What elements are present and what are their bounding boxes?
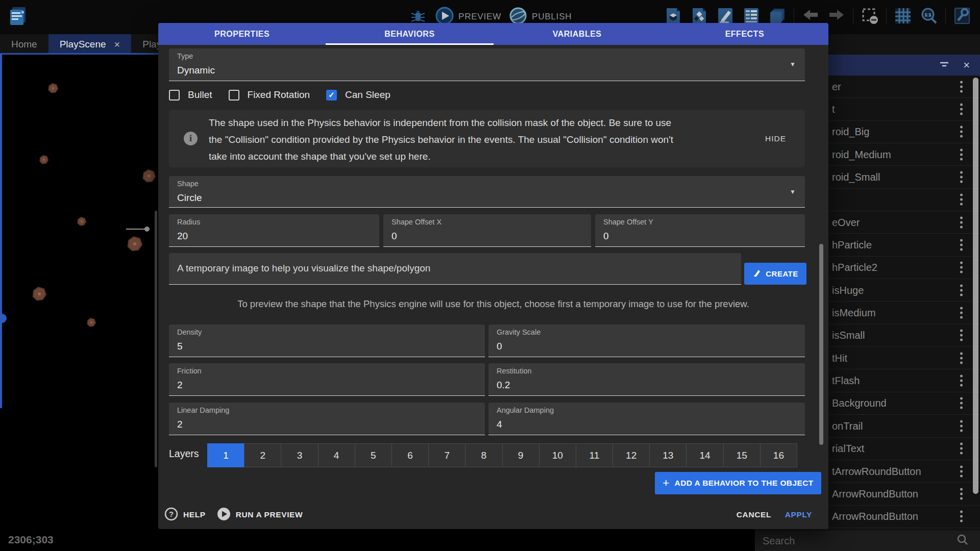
layer-button-7[interactable]: 7 [428, 443, 465, 467]
item-menu-icon[interactable] [957, 372, 966, 390]
redo-icon[interactable] [827, 6, 846, 26]
search-input[interactable]: Search [763, 535, 957, 547]
dialog-tab-properties[interactable]: PROPERTIES [158, 23, 326, 45]
item-menu-icon[interactable] [957, 101, 966, 118]
shape-select[interactable]: Shape Circle ▼ [169, 176, 805, 208]
object-name: hParticle2 [832, 262, 877, 273]
layer-button-11[interactable]: 11 [576, 443, 613, 467]
item-menu-icon[interactable] [957, 417, 966, 435]
layer-button-16[interactable]: 16 [760, 443, 797, 467]
deselect-icon[interactable] [860, 6, 879, 26]
item-menu-icon[interactable] [957, 508, 966, 525]
layer-button-8[interactable]: 8 [465, 443, 502, 467]
field-density[interactable]: Density5 [169, 324, 485, 357]
dialog-tab-effects[interactable]: EFFECTS [661, 23, 828, 45]
run-preview-button[interactable]: RUN A PREVIEW [217, 507, 303, 523]
field-gravity-scale[interactable]: Gravity Scale0 [488, 324, 805, 357]
item-menu-icon[interactable] [957, 462, 966, 480]
item-menu-icon[interactable] [957, 394, 966, 412]
item-menu-icon[interactable] [957, 304, 966, 322]
objects-scrollbar[interactable] [973, 78, 978, 494]
field-radius[interactable]: Radius20 [169, 214, 379, 247]
field-shape-offset-y[interactable]: Shape Offset Y0 [595, 214, 805, 247]
create-button[interactable]: CREATE [744, 263, 806, 285]
help-button[interactable]: ? HELP [164, 507, 206, 523]
dot [960, 520, 963, 522]
item-menu-icon[interactable] [957, 440, 966, 458]
checkbox-checked-icon[interactable]: ✓ [326, 90, 337, 101]
item-menu-icon[interactable] [957, 259, 966, 277]
filter-icon[interactable] [939, 59, 950, 72]
objects-search-bar[interactable]: Search [755, 531, 980, 551]
checkbox-bullet[interactable]: Bullet [169, 89, 212, 101]
item-menu-icon[interactable] [957, 123, 966, 141]
checkbox-unchecked-icon[interactable] [229, 90, 239, 101]
checkbox-can-sleep[interactable]: ✓Can Sleep [326, 89, 390, 101]
dot [960, 402, 963, 405]
dot [960, 216, 963, 219]
dot [960, 465, 963, 468]
item-menu-icon[interactable] [957, 349, 966, 367]
layer-button-10[interactable]: 10 [539, 443, 576, 467]
hide-button[interactable]: HIDE [763, 132, 788, 145]
item-menu-icon[interactable] [957, 485, 966, 503]
layer-button-2[interactable]: 2 [244, 443, 281, 467]
apply-button[interactable]: APPLY [782, 507, 815, 522]
item-menu-icon[interactable] [957, 281, 966, 299]
object-name: isHuge [832, 284, 864, 296]
tab-home[interactable]: Home [0, 34, 48, 55]
checkbox-fixed-rotation[interactable]: Fixed Rotation [229, 89, 310, 101]
close-tab-icon[interactable]: × [114, 39, 120, 49]
dialog-scrollbar[interactable] [819, 244, 823, 445]
item-menu-icon[interactable] [957, 168, 966, 186]
checkbox-unchecked-icon[interactable] [169, 90, 180, 101]
field-restitution[interactable]: Restitution0.2 [488, 363, 805, 396]
dialog-tab-behaviors[interactable]: BEHAVIORS [326, 23, 493, 45]
field-shape-offset-x[interactable]: Shape Offset X0 [383, 214, 591, 247]
grid-icon[interactable] [893, 6, 913, 26]
cancel-button[interactable]: CANCEL [733, 507, 774, 522]
item-menu-icon[interactable] [957, 327, 966, 344]
tab-label: PlayScene [60, 39, 106, 50]
item-menu-icon[interactable] [957, 145, 966, 163]
layer-button-9[interactable]: 9 [502, 443, 540, 467]
instance-guide-dot[interactable] [144, 227, 150, 232]
tools-icon[interactable] [952, 6, 972, 26]
item-menu-icon[interactable] [957, 213, 966, 231]
layer-button-6[interactable]: 6 [391, 443, 429, 467]
dialog-tab-variables[interactable]: VARIABLES [494, 23, 661, 45]
toolbar-separator [945, 8, 946, 24]
temp-image-field[interactable]: A temporary image to help you visualize … [169, 253, 741, 285]
layer-button-13[interactable]: 13 [649, 443, 687, 467]
layer-button-1[interactable]: 1 [207, 443, 244, 467]
help-label: HELP [183, 510, 206, 519]
type-select[interactable]: Type Dynamic ▼ [169, 48, 805, 81]
field-angular-damping[interactable]: Angular Damping4 [488, 403, 805, 435]
layer-button-3[interactable]: 3 [281, 443, 318, 467]
dot [960, 171, 963, 174]
project-manager-icon[interactable] [7, 5, 30, 28]
svg-text:?: ? [169, 510, 174, 518]
shape-value: Circle [177, 192, 202, 204]
layer-button-5[interactable]: 5 [355, 443, 392, 467]
add-behavior-button[interactable]: + ADD A BEHAVIOR TO THE OBJECT [655, 472, 821, 494]
item-menu-icon[interactable] [957, 78, 966, 95]
item-menu-icon[interactable] [957, 191, 966, 209]
zoom-1-1-icon[interactable]: 1:1 [919, 6, 939, 26]
layer-button-4[interactable]: 4 [318, 443, 355, 467]
layer-button-14[interactable]: 14 [686, 443, 723, 467]
cursor-coordinates: 2306;303 [8, 534, 54, 546]
field-friction[interactable]: Friction2 [169, 363, 485, 396]
dot [960, 361, 963, 364]
item-menu-icon[interactable] [957, 236, 966, 254]
field-linear-damping[interactable]: Linear Damping2 [169, 403, 485, 435]
layer-button-15[interactable]: 15 [723, 443, 761, 467]
dot [960, 316, 963, 319]
asteroid-texture-dot [148, 174, 150, 177]
layer-button-12[interactable]: 12 [612, 443, 650, 467]
tab-playscene[interactable]: PlayScene× [48, 34, 132, 55]
asteroid-texture-dot [52, 87, 54, 89]
close-panel-icon[interactable]: × [963, 60, 970, 71]
canvas-vertical-scrollbar[interactable] [155, 211, 157, 467]
dot [960, 307, 963, 310]
